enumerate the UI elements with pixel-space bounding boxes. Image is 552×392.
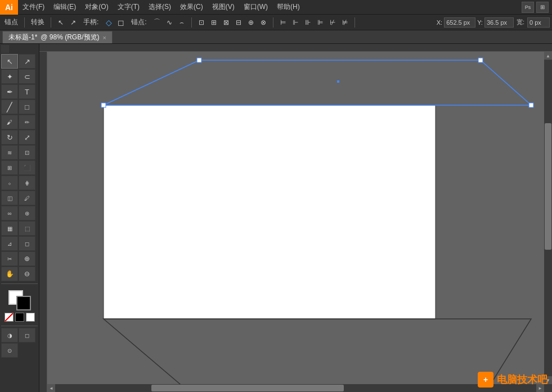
handle-corner-icon[interactable]: ◇ (103, 17, 114, 28)
background-color[interactable] (16, 296, 31, 310)
tool-warp[interactable]: ≋ (1, 145, 18, 160)
sep5 (354, 17, 355, 28)
dist-top-icon[interactable]: ⊫ (315, 17, 326, 28)
tool-row-10: ◫ 🖊 (1, 191, 38, 205)
tool-text[interactable]: T (19, 84, 35, 99)
tab-close-btn[interactable]: × (103, 34, 106, 41)
sep4 (273, 17, 273, 28)
vscroll-thumb[interactable] (545, 123, 551, 250)
document-tab[interactable]: 未标题-1* @ 98% (RGB/预览) × (2, 31, 113, 43)
tool-row-15: ✋ ⊖ (1, 267, 38, 281)
tool-live-paint[interactable]: ⬛ (19, 160, 35, 175)
toolbar-arrow-icon[interactable]: ↗ (68, 17, 79, 28)
hscroll-track (55, 384, 536, 392)
dist-right-icon[interactable]: ⊪ (302, 17, 313, 28)
tool-pencil[interactable]: ✏ (19, 115, 35, 129)
tool-gradient[interactable]: ◫ (1, 191, 18, 205)
tool-free-transform[interactable]: ⊡ (19, 145, 35, 160)
menu-help[interactable]: 帮助(H) (272, 0, 304, 14)
tool-row-13: ⊿ ◻ (1, 236, 38, 251)
tool-perspective[interactable]: ⬦ (1, 175, 18, 190)
tool-zoomout[interactable]: ⊖ (19, 267, 35, 281)
tool-shape-build[interactable]: ⊞ (1, 160, 18, 175)
w-input[interactable] (527, 17, 550, 28)
handle-bottom-left[interactable] (101, 103, 106, 107)
handle-bottom-right[interactable] (529, 103, 533, 107)
menu-icon-grid[interactable]: ⊞ (536, 2, 549, 13)
white-color[interactable] (26, 313, 35, 322)
align-center-v-icon[interactable]: ⊕ (245, 17, 257, 28)
tool-line[interactable]: ╱ (1, 100, 18, 114)
menu-object[interactable]: 对象(O) (80, 0, 113, 14)
x-input[interactable] (444, 17, 475, 28)
tool-screen[interactable]: ◻ (19, 328, 35, 343)
tool-scissors[interactable]: ✂ (1, 251, 18, 266)
black-color[interactable] (15, 313, 24, 322)
canvas-svg (47, 52, 544, 384)
x-label: X: (437, 19, 442, 26)
menu-select[interactable]: 选择(S) (144, 0, 176, 14)
handle-icons: ◇ ◻ (103, 17, 127, 28)
dist-v-icon[interactable]: ⊬ (327, 17, 338, 28)
tool-slice[interactable]: ⊿ (1, 236, 18, 251)
toolbar-select-icon[interactable]: ↖ (55, 17, 66, 28)
align-top-icon[interactable]: ⊟ (233, 17, 244, 28)
anchor-smooth-icon[interactable]: ∿ (164, 17, 175, 28)
vscroll-up-btn[interactable]: ▲ (544, 52, 552, 60)
tool-symbol[interactable]: ⊛ (19, 206, 35, 220)
handle-top-left[interactable] (197, 58, 201, 62)
tool-rect[interactable]: □ (19, 100, 35, 114)
options-toolbar: 锚点 转换 ↖ ↗ 手柄: ◇ ◻ 锚点: ⌒ ∿ ⌢ ⊡ ⊞ ⊠ ⊟ ⊕ ⊗ … (0, 15, 552, 30)
tool-direct-select[interactable]: ↗ (19, 54, 35, 69)
tool-magic-wand[interactable]: ✦ (1, 69, 18, 84)
dist-left-icon[interactable]: ⊨ (277, 17, 289, 28)
menu-effect[interactable]: 效果(C) (176, 0, 208, 14)
tool-row-extra1: ◑ ◻ (1, 328, 38, 343)
color-stack (8, 290, 31, 310)
dist-bottom-icon[interactable]: ⊭ (339, 17, 351, 28)
menu-edit[interactable]: 编辑(E) (49, 0, 80, 14)
svg-rect-0 (39, 44, 552, 52)
tool-graph[interactable]: ▦ (1, 221, 18, 236)
app-logo: Ai (0, 0, 18, 15)
tool-pen[interactable]: ✒ (1, 84, 18, 99)
tool-paint[interactable]: ◑ (1, 328, 18, 343)
tool-select[interactable]: ↖ (1, 54, 18, 69)
tool-eraser[interactable]: ◻ (19, 236, 35, 251)
align-left-icon[interactable]: ⊡ (196, 17, 207, 28)
align-bottom-icon[interactable]: ⊗ (258, 17, 269, 28)
tool-eyedropper[interactable]: 🖊 (19, 191, 35, 205)
tool-row-5: 🖌 ✏ (1, 115, 38, 129)
tool-paintbrush[interactable]: 🖌 (1, 115, 18, 129)
tool-hand[interactable]: ✋ (1, 267, 18, 281)
menu-icon-ps[interactable]: Ps (522, 2, 534, 13)
tool-row-9: ⬦ ⋕ (1, 175, 38, 190)
align-right-icon[interactable]: ⊠ (221, 17, 232, 28)
menu-view[interactable]: 视图(V) (208, 0, 239, 14)
vscroll-track (544, 60, 552, 376)
hscroll-left-btn[interactable]: ◄ (47, 384, 55, 392)
tool-extra3[interactable]: ⊙ (1, 343, 18, 358)
tool-zoom[interactable]: ⊕ (19, 251, 35, 266)
anchor-corner-icon[interactable]: ⌒ (151, 17, 163, 28)
tool-rotate[interactable]: ↻ (1, 130, 18, 145)
tool-lasso[interactable]: ⊂ (19, 69, 35, 84)
align-center-h-icon[interactable]: ⊞ (208, 17, 219, 28)
tool-mesh[interactable]: ⋕ (19, 175, 35, 190)
tool-blend[interactable]: ∞ (1, 206, 18, 220)
y-label: Y: (477, 19, 483, 26)
handle-top-right[interactable] (478, 58, 483, 62)
menu-text[interactable]: 文字(T) (113, 0, 144, 14)
tool-artboard[interactable]: ⬚ (19, 221, 35, 236)
hscroll-thumb[interactable] (151, 385, 344, 391)
handle-smooth-icon[interactable]: ◻ (115, 17, 127, 28)
menu-file[interactable]: 文件(F) (18, 0, 49, 14)
y-input[interactable] (484, 17, 514, 28)
anchor-sym-icon[interactable]: ⌢ (176, 17, 187, 28)
none-color[interactable] (5, 313, 14, 322)
dist-h-icon[interactable]: ⊩ (290, 17, 301, 28)
tool-row-2: ✦ ⊂ (1, 69, 38, 84)
canvas-viewport[interactable] (47, 52, 544, 384)
tool-reflect[interactable]: ⤢ (19, 130, 35, 145)
menu-window[interactable]: 窗口(W) (239, 0, 272, 14)
